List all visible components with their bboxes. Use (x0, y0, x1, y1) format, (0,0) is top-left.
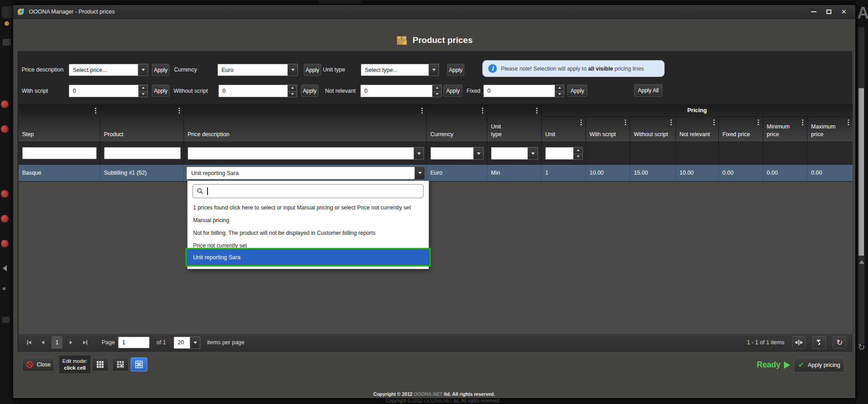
first-page-button[interactable] (24, 337, 34, 348)
minimize-button[interactable] (811, 11, 816, 12)
edit-mode-grid-cursor-button[interactable] (112, 357, 129, 371)
page-number-input[interactable] (118, 337, 150, 348)
column-header-minimum-price[interactable]: Minimum price (763, 117, 807, 142)
currency-column-filter[interactable] (430, 147, 484, 160)
edit-mode-grid-button[interactable] (92, 357, 108, 371)
column-header-product[interactable]: Product (100, 104, 184, 142)
step-down-icon[interactable] (288, 91, 297, 97)
next-page-button[interactable] (66, 337, 76, 348)
unit-column-filter-stepper[interactable] (545, 147, 583, 160)
step-up-icon[interactable] (433, 85, 441, 91)
apply-pricing-button[interactable]: ✔ Apply pricing (794, 357, 844, 372)
background-scrollbar[interactable] (858, 27, 864, 344)
close-button[interactable]: Close (22, 357, 54, 371)
column-menu-icon[interactable] (758, 119, 759, 121)
fixed-stepper[interactable] (483, 85, 564, 97)
dropdown-search-input[interactable] (212, 188, 420, 195)
step-down-icon[interactable] (555, 91, 564, 97)
column-header-fixed-price[interactable]: Fixed price (719, 117, 763, 142)
dropdown-item[interactable]: Not for billing. The product will not be… (193, 230, 425, 236)
cell-not-relevant[interactable]: 10.00 (676, 165, 719, 181)
chevron-down-icon[interactable] (528, 147, 538, 159)
column-menu-icon[interactable] (95, 108, 96, 109)
dropdown-item-selected[interactable]: Unit reporting Sara (185, 248, 431, 266)
clear-filters-button[interactable] (812, 336, 826, 349)
column-header-step[interactable]: Step (19, 104, 100, 142)
cell-price-description[interactable]: Unit reporting Sara (184, 165, 427, 181)
column-menu-icon[interactable] (580, 119, 582, 121)
dropdown-search-box[interactable] (193, 184, 424, 198)
current-page-button[interactable]: 1 (52, 336, 62, 349)
cell-product[interactable]: Subtitling #1 (52) (100, 165, 184, 181)
not-relevant-input[interactable] (361, 85, 432, 97)
column-header-unit[interactable]: Unit (542, 117, 586, 142)
page-size-select[interactable]: 20 (174, 337, 200, 349)
column-header-currency[interactable]: Currency (427, 104, 487, 142)
cell-unit[interactable]: 1 (542, 165, 586, 181)
price-description-column-filter[interactable] (188, 147, 424, 160)
column-header-maximum-price[interactable]: Maximum price (807, 117, 853, 142)
column-header-with-script[interactable]: With script (586, 117, 630, 142)
cell-currency[interactable]: Euro (427, 165, 487, 181)
without-script-stepper[interactable] (218, 85, 297, 97)
step-up-icon[interactable] (574, 147, 582, 153)
chevron-down-icon[interactable] (190, 337, 200, 348)
not-relevant-stepper[interactable] (360, 85, 442, 97)
step-filter-input[interactable] (22, 147, 97, 159)
dropdown-item[interactable]: Manual pricing (193, 217, 425, 223)
not-relevant-apply-button[interactable]: Apply (443, 85, 462, 97)
price-description-cell-combo[interactable]: Unit reporting Sara (186, 166, 425, 180)
column-menu-icon[interactable] (482, 108, 483, 109)
table-row[interactable]: Basque Subtitling #1 (52) Unit reporting… (19, 165, 853, 181)
fit-columns-button[interactable] (792, 336, 806, 349)
currency-apply-button[interactable]: Apply (304, 64, 321, 76)
column-header-without-script[interactable]: Without script (630, 117, 676, 142)
column-menu-icon[interactable] (421, 108, 423, 109)
cell-without-script[interactable]: 15.00 (630, 165, 676, 181)
chevron-down-icon[interactable] (138, 64, 148, 76)
column-header-not-relevant[interactable]: Not relevant (676, 117, 719, 142)
step-up-icon[interactable] (139, 85, 147, 91)
unit-column-filter-input[interactable] (546, 147, 573, 159)
chevron-down-icon[interactable] (288, 64, 297, 76)
cell-fixed-price[interactable]: 0.00 (719, 165, 763, 181)
unit-type-apply-button[interactable]: Apply (447, 64, 464, 76)
step-down-icon[interactable] (433, 91, 441, 97)
cell-step[interactable]: Basque (19, 165, 100, 181)
title-bar[interactable]: OOONA Manager - Product prices × (13, 5, 855, 19)
close-window-button[interactable]: × (841, 10, 846, 14)
step-down-icon[interactable] (139, 91, 147, 97)
product-filter-input[interactable] (104, 147, 181, 159)
column-header-price-description[interactable]: Price description (184, 104, 427, 142)
without-script-apply-button[interactable]: Apply (301, 85, 318, 97)
refresh-button[interactable]: ↻ (833, 336, 846, 349)
apply-all-button[interactable]: Apply All (634, 84, 662, 97)
column-menu-icon[interactable] (179, 108, 180, 109)
chevron-down-icon[interactable] (473, 147, 483, 159)
with-script-input[interactable] (69, 85, 138, 97)
edit-mode-click-cell-button[interactable] (131, 357, 147, 371)
last-page-button[interactable] (80, 337, 90, 348)
with-script-stepper[interactable] (69, 85, 148, 97)
cell-unit-type[interactable]: Min (487, 165, 542, 181)
unit-type-filter-select[interactable]: Select type... (361, 64, 439, 76)
column-menu-icon[interactable] (713, 119, 715, 121)
with-script-apply-button[interactable]: Apply (152, 85, 170, 97)
chevron-down-icon[interactable] (415, 167, 425, 179)
cell-minimum-price[interactable]: 0.00 (763, 165, 807, 181)
maximize-button[interactable] (826, 10, 831, 14)
cell-maximum-price[interactable]: 0.00 (807, 165, 853, 181)
column-menu-icon[interactable] (802, 119, 803, 121)
price-description-filter-select[interactable]: Select price... (69, 64, 148, 76)
cell-with-script[interactable]: 10.00 (586, 165, 630, 181)
background-scrollbar-thumb[interactable] (859, 88, 864, 256)
price-description-apply-button[interactable]: Apply (152, 64, 170, 76)
column-header-unit-type[interactable]: Unit type (487, 104, 542, 142)
column-menu-icon[interactable] (848, 119, 849, 121)
column-menu-icon[interactable] (670, 119, 672, 121)
currency-filter-select[interactable]: Euro (217, 64, 298, 76)
step-up-icon[interactable] (555, 85, 564, 91)
fixed-apply-button[interactable]: Apply (567, 85, 587, 97)
chevron-down-icon[interactable] (429, 64, 439, 76)
chevron-down-icon[interactable] (414, 147, 424, 159)
